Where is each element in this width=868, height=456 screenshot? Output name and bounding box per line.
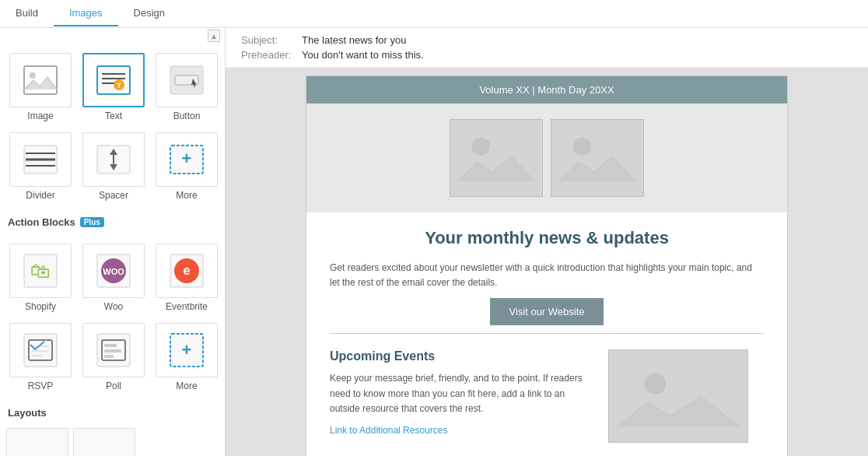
email-body-text: Keep your message brief, friendly, and t… [330,371,596,416]
email-meta: Subject: The latest news for you Prehead… [226,28,868,68]
block-more2-icon: + [156,323,218,377]
email-intro: Get readers excited about your newslette… [330,261,764,290]
svg-rect-41 [450,120,542,196]
block-shopify[interactable]: 🛍 Shopify [6,240,75,315]
block-more1[interactable]: + More [152,129,221,204]
preheader-value: You don't want to miss this. [302,49,424,61]
svg-text:e: e [184,264,191,277]
svg-text:WOO: WOO [103,267,124,276]
svg-rect-0 [24,66,57,94]
block-shopify-label: Shopify [25,301,56,312]
email-header-text: Volume XX | Month Day 20XX [479,84,614,96]
block-woo-label: Woo [104,301,123,312]
tab-design[interactable]: Design [118,1,180,26]
block-rsvp-label: RSVP [28,381,54,391]
email-divider [330,333,764,334]
block-text-icon: T [82,53,145,107]
email-header: Volume XX | Month Day 20XX [306,76,787,103]
email-body: Your monthly news & updates Get readers … [306,212,787,456]
block-button-label: Button [173,110,201,121]
svg-rect-43 [551,120,643,196]
block-eventbrite[interactable]: e Eventbrite [152,240,221,315]
email-hero-image [306,103,787,212]
block-divider[interactable]: Divider [6,129,75,204]
block-image[interactable]: Image [6,50,75,125]
hero-image-placeholder-2 [551,119,644,197]
hero-image-placeholder-1 [450,119,543,197]
svg-point-1 [30,72,36,79]
block-more1-icon: + [156,132,218,187]
content-blocks-grid: Image T Text [0,44,225,210]
svg-point-42 [472,137,491,156]
sidebar: ▲ Image [0,28,226,456]
email-button-wrapper: Visit our Website [330,306,764,317]
svg-text:+: + [182,149,192,168]
block-woo-icon: WOO [82,244,145,298]
svg-rect-37 [104,349,121,353]
block-divider-icon [9,132,72,187]
block-button[interactable]: Button [152,50,221,125]
block-image-label: Image [27,110,53,121]
subject-row: Subject: The latest news for you [241,34,852,46]
action-blocks-label: Action Blocks [8,216,75,228]
block-text-label: Text [105,110,122,121]
block-spacer-icon [82,132,145,187]
block-button-icon [156,53,218,107]
block-eventbrite-icon: e [156,244,218,298]
svg-text:T: T [117,82,121,89]
tab-images[interactable]: Images [54,1,118,26]
block-spacer-label: Spacer [99,190,128,201]
block-woo[interactable]: WOO Woo [79,240,148,315]
email-events-text: Upcoming Events Keep your message brief,… [330,349,596,443]
email-visit-button[interactable]: Visit our Website [490,298,603,325]
email-events-image [608,349,764,443]
plus-badge: Plus [80,217,104,227]
svg-point-44 [573,137,592,156]
block-poll-icon [82,323,145,377]
email-container: Volume XX | Month Day 20XX [306,75,788,456]
block-poll-label: Poll [106,381,121,391]
preview-area: Subject: The latest news for you Prehead… [226,28,868,456]
block-image-icon [9,53,72,107]
block-spacer[interactable]: Spacer [79,129,148,204]
block-more1-label: More [176,190,197,201]
svg-text:+: + [182,340,192,360]
preheader-label: Preheader: [241,49,296,61]
layouts-label: Layouts [8,407,47,419]
svg-rect-38 [104,355,114,358]
block-more2[interactable]: + More [152,320,221,395]
main-content: ▲ Image [0,28,868,456]
subject-value: The latest news for you [302,34,406,46]
email-section-title: Upcoming Events [330,349,596,363]
email-headline: Your monthly news & updates [330,228,764,248]
action-blocks-grid: 🛍 Shopify WOO Woo [0,234,225,401]
subject-label: Subject: [241,34,296,46]
block-more2-label: More [176,381,197,391]
scroll-up-arrow[interactable]: ▲ [208,30,220,42]
preheader-row: Preheader: You don't want to miss this. [241,49,852,61]
top-bar: Build Images Design [0,0,868,28]
block-rsvp[interactable]: RSVP [6,320,75,395]
events-image-placeholder [608,349,748,443]
svg-rect-36 [104,344,117,347]
svg-rect-45 [609,350,747,443]
block-eventbrite-label: Eventbrite [166,301,208,312]
block-text[interactable]: T Text [79,50,148,125]
layouts-header: Layouts [0,401,225,425]
email-two-col: Upcoming Events Keep your message brief,… [330,342,764,451]
block-shopify-icon: 🛍 [9,244,72,298]
action-blocks-header: Action Blocks Plus [0,210,225,234]
block-poll[interactable]: Poll [79,320,148,395]
svg-point-46 [644,374,666,395]
tab-build[interactable]: Build [0,1,54,26]
svg-text:🛍: 🛍 [30,259,51,282]
block-rsvp-icon [9,323,72,377]
block-divider-label: Divider [26,190,54,201]
email-additional-link[interactable]: Link to Additional Resources [330,425,447,436]
svg-rect-2 [97,66,130,94]
